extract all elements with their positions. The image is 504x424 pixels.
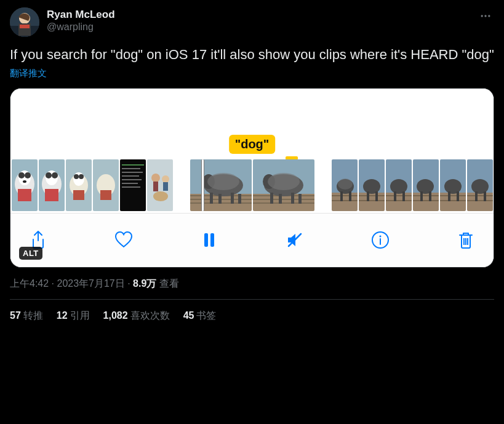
handle: @warpling (47, 21, 477, 33)
svg-rect-20 (45, 189, 58, 201)
svg-rect-31 (122, 164, 144, 166)
svg-rect-93 (413, 200, 439, 201)
divider (10, 299, 494, 300)
svg-point-25 (79, 174, 84, 179)
svg-point-5 (481, 15, 483, 17)
tweet-meta: 上午4:42 · 2023年7月17日 · 8.9万 查看 (10, 278, 494, 290)
quotes-stat[interactable]: 12引用 (57, 310, 90, 322)
svg-point-39 (151, 174, 160, 182)
search-term-badge: "dog" (229, 135, 276, 154)
tweet-header: Ryan McLeod @warpling (10, 7, 494, 37)
clip-group-3 (332, 159, 493, 211)
svg-rect-92 (413, 195, 439, 196)
alt-badge[interactable]: ALT (19, 247, 42, 260)
svg-rect-38 (147, 159, 173, 211)
thumbnail (12, 159, 38, 211)
svg-rect-65 (279, 194, 282, 204)
author-block[interactable]: Ryan McLeod @warpling (47, 7, 477, 33)
media-toolbar (10, 213, 494, 267)
clip-group-2 (190, 159, 314, 211)
svg-rect-70 (332, 195, 358, 196)
svg-point-43 (153, 191, 168, 201)
playhead-indicator[interactable] (201, 159, 204, 211)
svg-rect-64 (270, 193, 273, 204)
svg-point-63 (268, 173, 300, 190)
retweets-stat[interactable]: 57转推 (10, 310, 43, 322)
svg-rect-53 (218, 194, 222, 204)
views-count: 8.9万 (133, 278, 156, 289)
svg-rect-82 (375, 191, 378, 201)
thumbnail (120, 159, 146, 211)
svg-rect-35 (122, 179, 142, 180)
timestamp[interactable]: 上午4:42 · 2023年7月17日 (10, 278, 125, 289)
video-timeline[interactable] (10, 158, 494, 213)
svg-rect-67 (298, 194, 302, 204)
svg-point-51 (207, 173, 239, 190)
clip-group-1 (12, 159, 173, 211)
svg-rect-59 (253, 199, 314, 200)
tweet-text: If you search for "dog" on iOS 17 it'll … (10, 46, 494, 64)
svg-rect-112 (210, 233, 214, 247)
thumbnail (440, 159, 466, 211)
svg-rect-66 (291, 193, 294, 204)
svg-rect-107 (467, 200, 493, 201)
svg-rect-32 (122, 168, 140, 169)
svg-point-23 (73, 172, 84, 186)
svg-point-13 (23, 180, 26, 183)
thumbnail (467, 159, 493, 211)
svg-rect-79 (359, 200, 385, 201)
svg-rect-86 (386, 200, 412, 201)
thumbnail (190, 159, 252, 211)
svg-point-41 (162, 175, 169, 183)
svg-rect-71 (332, 200, 358, 201)
media-header-area: "dog" (10, 89, 494, 158)
thumbnail (413, 159, 439, 211)
info-icon[interactable] (370, 230, 391, 250)
thumbnail (39, 159, 65, 211)
bookmarks-stat[interactable]: 45书签 (183, 310, 217, 322)
svg-rect-36 (122, 183, 138, 184)
pause-icon[interactable] (199, 230, 220, 250)
svg-rect-85 (386, 195, 412, 196)
trash-icon[interactable] (455, 230, 476, 250)
svg-rect-102 (448, 191, 450, 201)
svg-point-11 (18, 172, 25, 178)
svg-rect-55 (238, 194, 241, 204)
svg-rect-29 (100, 190, 111, 200)
media-attachment[interactable]: "dog" (10, 88, 494, 268)
svg-rect-111 (204, 233, 208, 247)
display-name: Ryan McLeod (47, 9, 477, 21)
more-icon[interactable] (477, 7, 494, 25)
svg-rect-30 (120, 159, 146, 211)
thumbnail (253, 159, 314, 211)
svg-rect-99 (440, 195, 466, 196)
svg-point-6 (484, 15, 486, 17)
svg-point-115 (380, 236, 382, 238)
thumbnail (147, 159, 173, 211)
svg-rect-103 (457, 191, 459, 201)
tweet-container: Ryan McLeod @warpling If you search for … (0, 0, 504, 322)
likes-stat[interactable]: 1,082喜欢次数 (103, 310, 170, 322)
svg-point-7 (488, 15, 490, 17)
svg-rect-74 (340, 191, 343, 201)
svg-rect-34 (122, 175, 139, 177)
svg-rect-100 (440, 200, 466, 201)
svg-rect-4 (20, 25, 30, 28)
svg-point-12 (25, 172, 31, 178)
svg-rect-110 (484, 191, 486, 201)
svg-rect-109 (475, 191, 478, 201)
svg-point-18 (46, 172, 52, 178)
views-label: 查看 (159, 278, 179, 289)
svg-rect-37 (122, 186, 140, 188)
thumbnail (386, 159, 412, 211)
mute-icon[interactable] (284, 230, 305, 250)
svg-rect-75 (349, 191, 351, 201)
tweet-stats: 57转推 12引用 1,082喜欢次数 45书签 (10, 310, 494, 322)
svg-rect-60 (253, 202, 314, 204)
svg-rect-33 (122, 172, 143, 173)
heart-icon[interactable] (113, 230, 134, 250)
avatar[interactable] (10, 7, 39, 37)
translate-link[interactable]: 翻译推文 (10, 68, 494, 79)
thumbnail (359, 159, 385, 211)
svg-point-73 (338, 178, 353, 190)
